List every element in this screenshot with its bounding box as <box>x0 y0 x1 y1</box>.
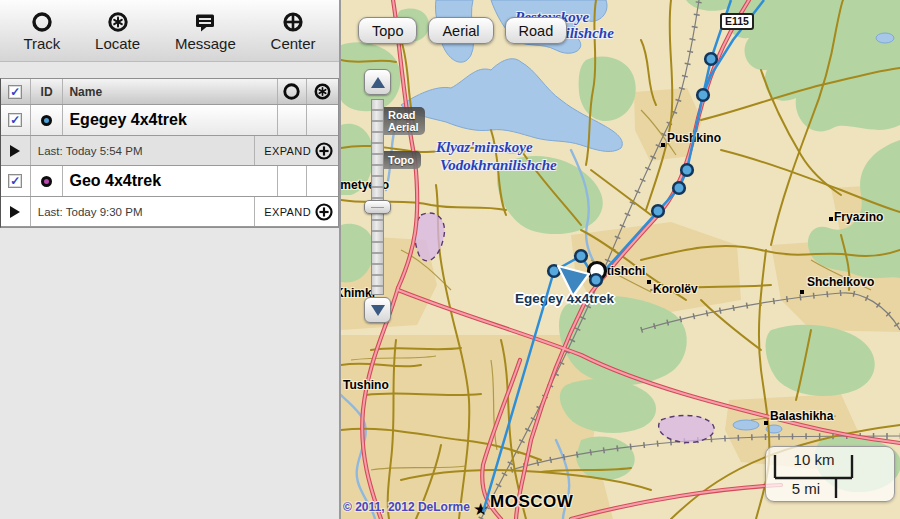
map-scale-bar: 10 km 5 mi <box>765 446 895 502</box>
expander-arrow-icon[interactable] <box>10 145 20 157</box>
tracker-detail-egegey: Last: Today 5:54 PM EXPAND <box>1 136 338 166</box>
locate-button-label: Locate <box>95 35 140 52</box>
message-icon <box>192 10 218 34</box>
zoom-level-flag-road-aerial: Road Aerial <box>384 107 425 135</box>
expander-arrow-icon[interactable] <box>10 206 20 218</box>
last-report-time: Last: Today 9:30 PM <box>31 197 255 226</box>
geo-visible-checkbox[interactable]: ✓ <box>8 174 22 188</box>
column-header-id: ID <box>31 79 64 104</box>
zoom-tick-marks <box>372 100 383 294</box>
expand-plus-icon <box>314 202 334 222</box>
tracker-sidebar: Track Locate Message <box>0 0 341 519</box>
track-button[interactable]: Track <box>17 8 66 54</box>
egegey-locate-cell[interactable] <box>307 105 338 135</box>
egegey-expand-button[interactable]: EXPAND <box>255 136 339 165</box>
center-crosshair-icon <box>281 10 305 34</box>
current-position-arrow[interactable] <box>558 266 589 296</box>
gps-track-line <box>483 0 731 512</box>
map-copyright: © 2011, 2012 DeLorme <box>343 500 470 514</box>
geo-locate-cell[interactable] <box>307 166 338 196</box>
egegey-visible-checkbox[interactable]: ✓ <box>8 113 22 127</box>
message-button-label: Message <box>175 35 236 52</box>
track-point-marker[interactable] <box>673 182 685 194</box>
scale-km-label: 10 km <box>766 451 862 468</box>
track-point-marker[interactable] <box>681 164 693 176</box>
zoom-in-button[interactable] <box>364 69 391 95</box>
gps-track-layer <box>341 0 900 519</box>
geo-track-cell[interactable] <box>278 166 308 196</box>
tracker-name: Geo 4x4trek <box>69 172 161 190</box>
table-header: ✓ ID Name <box>1 79 338 105</box>
column-header-locate[interactable] <box>307 79 338 104</box>
locate-button[interactable]: Locate <box>89 8 146 54</box>
tracker-table: ✓ ID Name <box>0 78 339 228</box>
expand-label: EXPAND <box>264 206 311 218</box>
track-point-marker[interactable] <box>575 250 587 262</box>
topo-map-button[interactable]: Topo <box>358 17 417 44</box>
arrow-down-icon <box>371 305 385 316</box>
column-header-name: Name <box>63 79 277 104</box>
center-button[interactable]: Center <box>265 8 322 54</box>
egegey-id-cell <box>31 105 64 135</box>
map-type-switcher: Topo Aerial Road <box>358 17 567 44</box>
track-point-marker[interactable] <box>652 205 664 217</box>
expand-plus-icon <box>314 141 334 161</box>
route-badge-e115: E115 <box>720 13 754 30</box>
tracker-row-geo[interactable]: ✓ Geo 4x4trek <box>1 166 338 197</box>
locate-icon <box>106 10 130 34</box>
track-circle-icon <box>282 82 301 101</box>
track-point-marker[interactable] <box>705 53 717 65</box>
geo-color-dot <box>41 176 52 187</box>
center-button-label: Center <box>271 35 316 52</box>
message-button[interactable]: Message <box>169 8 242 54</box>
zoom-slider-track[interactable] <box>371 99 384 295</box>
tracker-detail-geo: Last: Today 9:30 PM EXPAND <box>1 197 338 227</box>
scale-mi-label: 5 mi <box>766 480 846 497</box>
main-toolbar: Track Locate Message <box>0 0 339 62</box>
expand-label: EXPAND <box>264 145 311 157</box>
column-header-track[interactable] <box>278 79 308 104</box>
zoom-out-button[interactable] <box>364 297 391 323</box>
zoom-slider-handle[interactable] <box>364 200 391 214</box>
map-viewport[interactable]: PushkinoFryazinoShchelkovoKorolëvBalashi… <box>341 0 900 519</box>
aerial-map-button[interactable]: Aerial <box>428 17 493 44</box>
select-all-checkbox[interactable]: ✓ <box>8 85 22 99</box>
arrow-up-icon <box>371 77 385 88</box>
last-report-time: Last: Today 5:54 PM <box>31 136 255 165</box>
egegey-color-dot <box>41 115 52 126</box>
locate-icon <box>313 82 332 101</box>
road-map-button[interactable]: Road <box>505 17 568 44</box>
geo-id-cell <box>31 166 64 196</box>
zoom-level-flag-topo: Topo <box>384 151 421 169</box>
track-point-marker[interactable] <box>590 274 602 286</box>
tracker-row-egegey[interactable]: ✓ Egegey 4x4trek <box>1 105 338 136</box>
tracker-name: Egegey 4x4trek <box>69 111 186 129</box>
geo-expand-button[interactable]: EXPAND <box>255 197 339 226</box>
track-button-label: Track <box>23 35 60 52</box>
track-point-marker[interactable] <box>697 89 709 101</box>
track-circle-icon <box>30 10 54 34</box>
egegey-track-cell[interactable] <box>278 105 308 135</box>
